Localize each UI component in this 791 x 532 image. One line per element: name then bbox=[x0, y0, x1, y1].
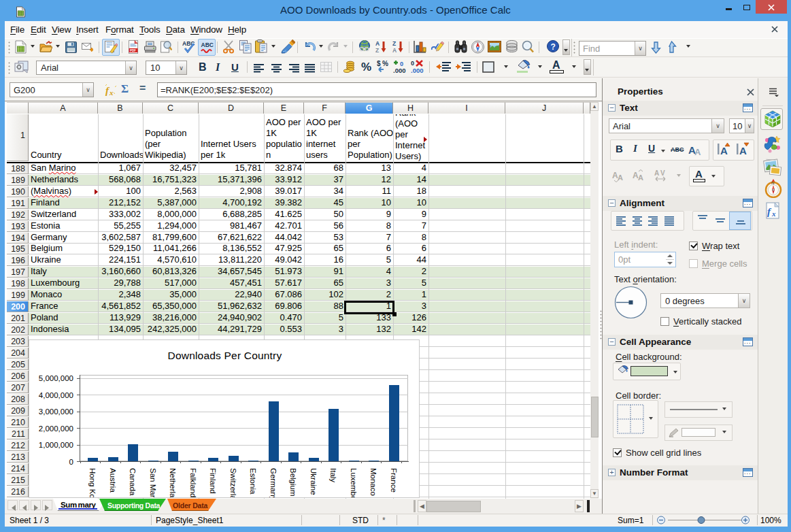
svg-text:x: x bbox=[771, 210, 776, 218]
svg-text:A: A bbox=[739, 145, 747, 156]
svg-text:V: V bbox=[660, 169, 665, 177]
svg-text:N: N bbox=[771, 181, 774, 185]
svg-text:0: 0 bbox=[411, 60, 414, 67]
svg-text:x: x bbox=[109, 88, 114, 97]
svg-text:A: A bbox=[375, 40, 380, 47]
svg-text:$: $ bbox=[377, 60, 381, 67]
svg-text:ABC: ABC bbox=[201, 41, 214, 48]
svg-text:A: A bbox=[720, 145, 728, 156]
svg-text:A: A bbox=[694, 147, 701, 156]
svg-text:Z: Z bbox=[392, 40, 396, 47]
svg-text:A: A bbox=[618, 173, 623, 182]
svg-text:.000: .000 bbox=[411, 67, 424, 73]
svg-text:%: % bbox=[382, 60, 388, 67]
svg-text:?: ? bbox=[551, 42, 556, 52]
svg-text:.000: .000 bbox=[393, 67, 406, 73]
svg-text:PDF: PDF bbox=[130, 49, 136, 52]
svg-text:A: A bbox=[638, 173, 643, 182]
svg-text:A: A bbox=[392, 47, 397, 54]
svg-text:Z: Z bbox=[375, 47, 379, 54]
svg-text:A: A bbox=[654, 169, 659, 177]
